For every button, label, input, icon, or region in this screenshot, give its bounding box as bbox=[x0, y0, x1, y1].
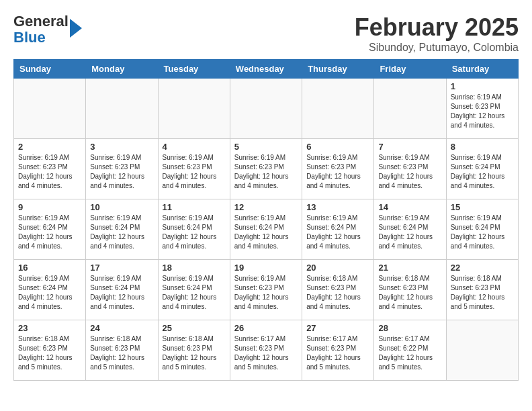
main-title: February 2025 bbox=[355, 13, 519, 42]
calendar-day-header: Friday bbox=[374, 60, 446, 79]
calendar-day-cell bbox=[86, 79, 158, 139]
calendar-day-cell: 23Sunrise: 6:18 AM Sunset: 6:23 PM Dayli… bbox=[14, 320, 86, 381]
day-number: 9 bbox=[18, 202, 81, 212]
calendar-day-header: Thursday bbox=[302, 60, 374, 79]
calendar-day-cell: 2Sunrise: 6:19 AM Sunset: 6:23 PM Daylig… bbox=[14, 139, 86, 199]
day-info: Sunrise: 6:19 AM Sunset: 6:23 PM Dayligh… bbox=[18, 153, 81, 191]
day-info: Sunrise: 6:18 AM Sunset: 6:23 PM Dayligh… bbox=[378, 274, 441, 312]
day-number: 3 bbox=[90, 142, 153, 152]
day-number: 13 bbox=[306, 202, 369, 212]
calendar-day-cell: 14Sunrise: 6:19 AM Sunset: 6:24 PM Dayli… bbox=[374, 199, 446, 260]
calendar-day-cell: 11Sunrise: 6:19 AM Sunset: 6:24 PM Dayli… bbox=[158, 199, 230, 260]
calendar-day-cell: 20Sunrise: 6:18 AM Sunset: 6:23 PM Dayli… bbox=[302, 260, 374, 320]
day-number: 12 bbox=[234, 202, 298, 212]
calendar-day-cell: 8Sunrise: 6:19 AM Sunset: 6:24 PM Daylig… bbox=[446, 139, 518, 199]
day-number: 18 bbox=[163, 263, 226, 273]
day-number: 21 bbox=[378, 263, 441, 273]
calendar-day-cell: 16Sunrise: 6:19 AM Sunset: 6:24 PM Dayli… bbox=[14, 260, 86, 320]
calendar-day-cell: 27Sunrise: 6:17 AM Sunset: 6:23 PM Dayli… bbox=[302, 320, 374, 381]
day-info: Sunrise: 6:19 AM Sunset: 6:24 PM Dayligh… bbox=[18, 274, 81, 312]
day-info: Sunrise: 6:18 AM Sunset: 6:23 PM Dayligh… bbox=[18, 334, 81, 372]
calendar-day-cell: 13Sunrise: 6:19 AM Sunset: 6:24 PM Dayli… bbox=[302, 199, 374, 260]
day-info: Sunrise: 6:17 AM Sunset: 6:23 PM Dayligh… bbox=[306, 334, 369, 372]
calendar-day-cell bbox=[158, 79, 230, 139]
calendar-day-cell: 12Sunrise: 6:19 AM Sunset: 6:24 PM Dayli… bbox=[230, 199, 302, 260]
day-number: 27 bbox=[306, 323, 369, 333]
day-number: 26 bbox=[234, 323, 298, 333]
logo-general: General bbox=[13, 13, 69, 30]
calendar-day-cell: 24Sunrise: 6:18 AM Sunset: 6:23 PM Dayli… bbox=[86, 320, 158, 381]
day-info: Sunrise: 6:19 AM Sunset: 6:24 PM Dayligh… bbox=[234, 214, 298, 251]
day-number: 16 bbox=[18, 263, 81, 273]
calendar-day-cell: 6Sunrise: 6:19 AM Sunset: 6:23 PM Daylig… bbox=[302, 139, 374, 199]
day-number: 15 bbox=[451, 202, 514, 212]
title-section: February 2025 Sibundoy, Putumayo, Colomb… bbox=[355, 13, 519, 54]
day-info: Sunrise: 6:19 AM Sunset: 6:23 PM Dayligh… bbox=[451, 93, 514, 130]
day-number: 14 bbox=[378, 202, 441, 212]
calendar-header-row: SundayMondayTuesdayWednesdayThursdayFrid… bbox=[14, 60, 519, 79]
logo: General Blue bbox=[13, 13, 82, 46]
calendar-day-cell: 7Sunrise: 6:19 AM Sunset: 6:23 PM Daylig… bbox=[374, 139, 446, 199]
calendar-day-cell: 10Sunrise: 6:19 AM Sunset: 6:24 PM Dayli… bbox=[86, 199, 158, 260]
day-number: 11 bbox=[163, 202, 226, 212]
day-number: 8 bbox=[451, 142, 514, 152]
calendar-day-cell: 1Sunrise: 6:19 AM Sunset: 6:23 PM Daylig… bbox=[446, 79, 518, 139]
day-info: Sunrise: 6:19 AM Sunset: 6:23 PM Dayligh… bbox=[306, 153, 369, 191]
day-info: Sunrise: 6:19 AM Sunset: 6:23 PM Dayligh… bbox=[378, 153, 441, 191]
day-info: Sunrise: 6:17 AM Sunset: 6:23 PM Dayligh… bbox=[234, 334, 298, 372]
calendar-day-cell: 15Sunrise: 6:19 AM Sunset: 6:24 PM Dayli… bbox=[446, 199, 518, 260]
day-info: Sunrise: 6:19 AM Sunset: 6:23 PM Dayligh… bbox=[234, 274, 298, 312]
calendar-day-cell bbox=[302, 79, 374, 139]
day-info: Sunrise: 6:19 AM Sunset: 6:23 PM Dayligh… bbox=[234, 153, 298, 191]
calendar-week-row: 1Sunrise: 6:19 AM Sunset: 6:23 PM Daylig… bbox=[14, 79, 519, 139]
calendar-day-cell bbox=[446, 320, 518, 381]
day-info: Sunrise: 6:19 AM Sunset: 6:24 PM Dayligh… bbox=[306, 214, 369, 251]
day-info: Sunrise: 6:19 AM Sunset: 6:24 PM Dayligh… bbox=[90, 214, 153, 251]
day-info: Sunrise: 6:19 AM Sunset: 6:24 PM Dayligh… bbox=[451, 214, 514, 251]
day-info: Sunrise: 6:18 AM Sunset: 6:23 PM Dayligh… bbox=[451, 274, 514, 312]
calendar-day-cell: 5Sunrise: 6:19 AM Sunset: 6:23 PM Daylig… bbox=[230, 139, 302, 199]
day-number: 19 bbox=[234, 263, 298, 273]
day-info: Sunrise: 6:17 AM Sunset: 6:22 PM Dayligh… bbox=[378, 334, 441, 372]
calendar-day-cell: 4Sunrise: 6:19 AM Sunset: 6:23 PM Daylig… bbox=[158, 139, 230, 199]
logo-blue: Blue bbox=[13, 29, 46, 46]
calendar-day-cell bbox=[230, 79, 302, 139]
day-number: 24 bbox=[90, 323, 153, 333]
day-number: 17 bbox=[90, 263, 153, 273]
day-number: 25 bbox=[163, 323, 226, 333]
calendar-day-cell: 21Sunrise: 6:18 AM Sunset: 6:23 PM Dayli… bbox=[374, 260, 446, 320]
calendar-day-cell: 22Sunrise: 6:18 AM Sunset: 6:23 PM Dayli… bbox=[446, 260, 518, 320]
day-number: 20 bbox=[306, 263, 369, 273]
calendar-week-row: 9Sunrise: 6:19 AM Sunset: 6:24 PM Daylig… bbox=[14, 199, 519, 260]
calendar-week-row: 16Sunrise: 6:19 AM Sunset: 6:24 PM Dayli… bbox=[14, 260, 519, 320]
calendar-day-cell: 18Sunrise: 6:19 AM Sunset: 6:24 PM Dayli… bbox=[158, 260, 230, 320]
day-number: 7 bbox=[378, 142, 441, 152]
calendar-day-header: Saturday bbox=[446, 60, 518, 79]
calendar-day-cell: 9Sunrise: 6:19 AM Sunset: 6:24 PM Daylig… bbox=[14, 199, 86, 260]
day-info: Sunrise: 6:19 AM Sunset: 6:24 PM Dayligh… bbox=[90, 274, 153, 312]
calendar-day-cell bbox=[14, 79, 86, 139]
calendar-day-cell: 28Sunrise: 6:17 AM Sunset: 6:22 PM Dayli… bbox=[374, 320, 446, 381]
day-number: 2 bbox=[18, 142, 81, 152]
calendar-day-cell bbox=[374, 79, 446, 139]
day-info: Sunrise: 6:19 AM Sunset: 6:24 PM Dayligh… bbox=[163, 214, 226, 251]
day-number: 6 bbox=[306, 142, 369, 152]
day-number: 4 bbox=[163, 142, 226, 152]
day-info: Sunrise: 6:19 AM Sunset: 6:24 PM Dayligh… bbox=[378, 214, 441, 251]
day-info: Sunrise: 6:18 AM Sunset: 6:23 PM Dayligh… bbox=[90, 334, 153, 372]
day-info: Sunrise: 6:19 AM Sunset: 6:24 PM Dayligh… bbox=[451, 153, 514, 191]
day-number: 5 bbox=[234, 142, 298, 152]
page-header: General Blue February 2025 Sibundoy, Put… bbox=[13, 13, 519, 54]
calendar-week-row: 2Sunrise: 6:19 AM Sunset: 6:23 PM Daylig… bbox=[14, 139, 519, 199]
calendar-day-header: Wednesday bbox=[230, 60, 302, 79]
day-info: Sunrise: 6:19 AM Sunset: 6:24 PM Dayligh… bbox=[163, 274, 226, 312]
day-info: Sunrise: 6:18 AM Sunset: 6:23 PM Dayligh… bbox=[306, 274, 369, 312]
day-info: Sunrise: 6:19 AM Sunset: 6:23 PM Dayligh… bbox=[163, 153, 226, 191]
day-number: 23 bbox=[18, 323, 81, 333]
day-number: 22 bbox=[451, 263, 514, 273]
day-info: Sunrise: 6:19 AM Sunset: 6:23 PM Dayligh… bbox=[90, 153, 153, 191]
calendar-table: SundayMondayTuesdayWednesdayThursdayFrid… bbox=[13, 59, 519, 381]
subtitle: Sibundoy, Putumayo, Colombia bbox=[355, 42, 519, 54]
calendar-day-header: Monday bbox=[86, 60, 158, 79]
calendar-day-cell: 26Sunrise: 6:17 AM Sunset: 6:23 PM Dayli… bbox=[230, 320, 302, 381]
